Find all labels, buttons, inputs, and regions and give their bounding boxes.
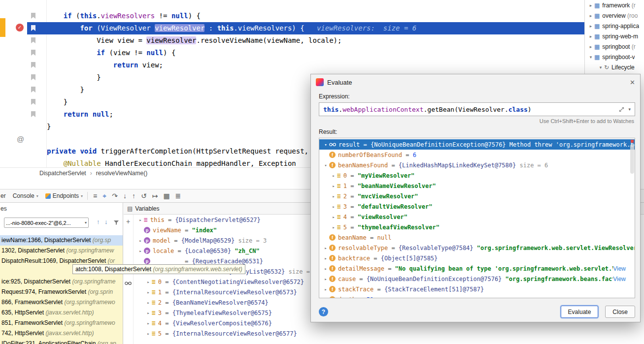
- frame-row[interactable]: Request:974, FrameworkServlet (org.sprin: [0, 287, 123, 297]
- tool-window-stripe-fragment[interactable]: [0, 18, 5, 37]
- expand-arrow-icon[interactable]: ▸: [145, 290, 152, 295]
- maven-item[interactable]: ▸▦springboot (r: [586, 41, 644, 52]
- settings-icon[interactable]: ≣: [175, 192, 181, 200]
- frames-tab-fragment[interactable]: es: [0, 205, 7, 212]
- thread-selector[interactable]: ...-nio-8080-exec-2"@6,2... ▾: [4, 218, 89, 228]
- navigate-down-icon[interactable]: ↓: [104, 218, 108, 225]
- maven-item[interactable]: ▸▦spring-applica: [586, 21, 644, 31]
- result-rows[interactable]: ▾result = {NoUniqueBeanDefinitionExcepti…: [319, 138, 635, 298]
- result-row[interactable]: ▸fcause = {NoUniqueBeanDefinitionExcepti…: [319, 274, 635, 284]
- expression-input[interactable]: this.webApplicationContext.getBean(ViewR…: [319, 102, 635, 116]
- step-over-icon[interactable]: ↷: [112, 192, 118, 200]
- expand-arrow-icon[interactable]: ▸: [322, 256, 329, 261]
- expand-arrow-icon[interactable]: ▸: [330, 215, 337, 219]
- frame-row[interactable]: ice:925, DispatcherServlet (org.springfr…: [0, 277, 123, 287]
- expand-arrow-icon[interactable]: ▾: [322, 142, 329, 147]
- frame-row[interactable]: 866, FrameworkServlet (org.springframewo: [0, 297, 123, 308]
- expand-arrow-icon[interactable]: ▸: [137, 249, 144, 253]
- help-icon[interactable]: ?: [319, 307, 328, 316]
- run-to-cursor-icon[interactable]: ↦: [152, 192, 158, 200]
- result-row[interactable]: ▾fbeanNamesFound = {LinkedHashMap$Linked…: [319, 160, 635, 170]
- expand-arrow-icon[interactable]: ▸: [137, 218, 144, 222]
- maven-item[interactable]: ▸▦spring-web-m: [586, 31, 644, 41]
- step-out-icon[interactable]: ↑: [132, 192, 136, 200]
- step-into-icon[interactable]: ↓: [123, 192, 127, 200]
- expand-arrow-icon[interactable]: ▸: [145, 321, 152, 326]
- expand-arrow-icon[interactable]: ▸: [145, 311, 152, 315]
- expand-arrow-icon[interactable]: ▸: [330, 194, 337, 199]
- expand-arrow-icon[interactable]: ▸: [587, 3, 594, 8]
- expand-arrow-icon[interactable]: ▸: [137, 238, 144, 243]
- expression-value[interactable]: this.webApplicationContext.getBean(ViewR…: [323, 106, 619, 113]
- execution-line[interactable]: for (ViewResolver viewResolver : this.vi…: [27, 22, 584, 34]
- breadcrumb-class[interactable]: DispatcherServlet: [39, 170, 86, 177]
- expand-arrow-icon[interactable]: ▸: [145, 300, 152, 305]
- frame-row[interactable]: 851, FrameworkServlet (org.springframewo: [0, 318, 123, 328]
- result-row[interactable]: ▸≡3 = "defaultViewResolver": [319, 201, 635, 212]
- scrollbar[interactable]: [630, 144, 634, 174]
- result-row[interactable]: ▸≡4 = "viewResolver": [319, 212, 635, 222]
- result-tree[interactable]: ▾result = {NoUniqueBeanDefinitionExcepti…: [319, 138, 635, 298]
- breadcrumb-method[interactable]: resolveViewName(): [96, 170, 147, 177]
- debugger-tab-fragment[interactable]: er: [0, 192, 6, 199]
- expand-arrow-icon[interactable]: ▸: [587, 24, 594, 29]
- evaluate-button[interactable]: Evaluate: [561, 306, 599, 318]
- expand-arrow-icon[interactable]: ▸: [145, 280, 152, 284]
- show-execution-point-icon[interactable]: ⌖: [102, 192, 106, 200]
- maven-item[interactable]: ▸▦overview (roo: [586, 10, 644, 21]
- result-row[interactable]: ▸fstackTrace = {StackTraceElement[51]@75…: [319, 284, 635, 294]
- expand-arrow-icon[interactable]: ▸: [330, 184, 337, 188]
- result-row[interactable]: ▸fdetailMessage = "No qualifying bean of…: [319, 263, 635, 274]
- frame-row[interactable]: 635, HttpServlet (javax.servlet.http): [0, 308, 123, 318]
- expand-arrow-icon[interactable]: ▸: [145, 331, 152, 336]
- result-row[interactable]: fbeanName = null: [319, 232, 635, 243]
- add-watch-icon[interactable]: +: [126, 218, 130, 225]
- result-row[interactable]: ▸≡1 = "beanNameViewResolver": [319, 181, 635, 191]
- tab-endpoints[interactable]: Endpoints ▾: [45, 192, 83, 199]
- code-line[interactable]: View view = viewResolver.resolveViewName…: [47, 34, 584, 47]
- result-row[interactable]: ▸fbacktrace = {Object[5]@7585}: [319, 253, 635, 263]
- close-icon[interactable]: ✕: [630, 79, 635, 86]
- expand-arrow-icon[interactable]: ▾: [322, 163, 329, 168]
- expand-arrow-icon[interactable]: ▸: [322, 287, 329, 292]
- maven-item[interactable]: ▾↻Lifecycle: [586, 62, 644, 72]
- menu-icon[interactable]: ≡: [93, 192, 97, 200]
- variable-row[interactable]: ▸≡5 = {InternalResourceViewResolver@6577…: [134, 328, 644, 339]
- expand-arrow-icon[interactable]: ▾: [587, 55, 594, 60]
- dialog-titlebar[interactable]: Evaluate ✕: [311, 74, 640, 90]
- view-link[interactable]: View: [613, 276, 635, 282]
- frame-row[interactable]: IDoFilter:231, ApplicationFilterChain (o…: [0, 339, 123, 344]
- expand-arrow-icon[interactable]: ▸: [330, 173, 337, 178]
- filter-icon[interactable]: [113, 219, 119, 227]
- frames-list[interactable]: iewName:1366, DispatcherServlet (org.sp1…: [0, 235, 123, 344]
- navigate-up-icon[interactable]: ↑: [97, 218, 100, 225]
- expand-arrow-icon[interactable]: ▸: [587, 13, 594, 18]
- expand-arrow-icon[interactable]: ▸: [587, 44, 594, 49]
- code-line[interactable]: if (view != null) {: [47, 47, 584, 59]
- expand-icon[interactable]: [619, 107, 624, 112]
- frame-row[interactable]: iewName:1366, DispatcherServlet (org.sp: [0, 235, 123, 246]
- breakpoint-hit-icon[interactable]: ✓: [16, 24, 24, 31]
- view-breakpoints-icon[interactable]: ▦: [163, 192, 169, 200]
- maven-item[interactable]: ▾▦springboot-v: [586, 52, 644, 62]
- frame-row[interactable]: 742, HttpServlet (javax.servlet.http): [0, 328, 123, 339]
- expand-arrow-icon[interactable]: ▸: [322, 277, 329, 281]
- result-row[interactable]: fnumberOfBeansFound = 6: [319, 150, 635, 160]
- result-row[interactable]: ▸≡5 = "thymeleafViewResolver": [319, 222, 635, 232]
- view-link[interactable]: View: [613, 265, 635, 272]
- expand-arrow-icon[interactable]: ▾: [597, 65, 604, 70]
- expand-arrow-icon[interactable]: ▸: [330, 204, 337, 209]
- chevron-down-icon[interactable]: ▾: [628, 107, 631, 112]
- drop-frame-icon[interactable]: ↺: [141, 192, 147, 200]
- result-row[interactable]: ▸≡2 = "mvcViewResolver": [319, 191, 635, 201]
- result-row[interactable]: ▸fresolvableType = {ResolvableType@7584}…: [319, 243, 635, 253]
- tab-console[interactable]: Console ▾: [13, 192, 38, 199]
- code-line[interactable]: if (this.viewResolvers != null) {: [47, 10, 584, 22]
- code-line[interactable]: return view;: [47, 59, 584, 71]
- expand-arrow-icon[interactable]: ▸: [587, 34, 594, 39]
- close-button[interactable]: Close: [605, 306, 635, 318]
- expand-arrow-icon[interactable]: ▸: [322, 266, 329, 271]
- maven-item[interactable]: ▸▦framework (r: [586, 0, 644, 10]
- expand-arrow-icon[interactable]: ▸: [330, 225, 337, 230]
- result-row[interactable]: fdepth = 51: [319, 294, 635, 298]
